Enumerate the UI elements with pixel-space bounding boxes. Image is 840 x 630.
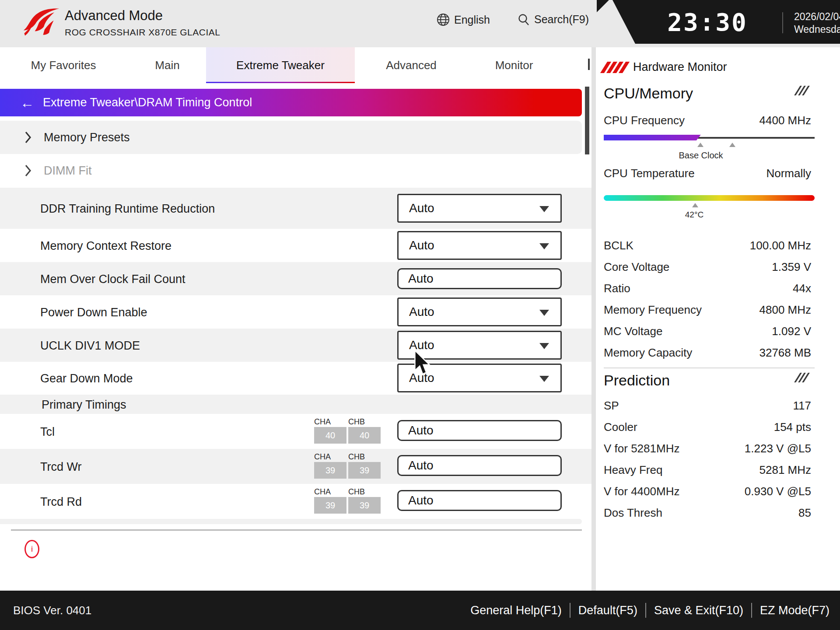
bios-screen: Advanced Mode ROG CROSSHAIR X870E GLACIA… <box>0 0 840 630</box>
memory-context-restore-dropdown[interactable]: Auto <box>397 231 562 260</box>
temperature-marker-icon <box>692 203 698 207</box>
footer-actions: General Help(F1) Default(F5) Save & Exit… <box>470 603 830 618</box>
setting-label: DDR Training Runtime Reduction <box>40 202 215 216</box>
cpu-temperature-status: Normally <box>766 167 811 180</box>
setting-label: Memory Context Restore <box>40 239 172 253</box>
scrollbar[interactable] <box>585 87 589 154</box>
section-prediction: Prediction <box>604 372 670 389</box>
info-label: BCLK <box>604 239 634 252</box>
back-arrow-icon[interactable]: ← <box>20 96 34 110</box>
setting-label: Power Down Enable <box>40 306 147 319</box>
info-value: 1.359 V <box>772 260 811 274</box>
help-divider <box>11 529 582 531</box>
cpu-temperature-bar <box>604 195 815 201</box>
next-row-peek <box>0 519 582 524</box>
prediction-label: Dos Thresh <box>604 506 662 520</box>
setting-row: Memory Context Restore Auto <box>0 229 592 262</box>
prediction-value: 5281 MHz <box>760 463 812 477</box>
cpu-temperature-label: CPU Temperature <box>604 167 695 180</box>
info-label: Memory Capacity <box>604 346 692 360</box>
prediction-value: 154 pts <box>774 420 811 434</box>
clock-panel-decoration <box>597 0 610 13</box>
cha-value: 39 <box>314 462 346 479</box>
prediction-label: SP <box>604 399 619 413</box>
clock-panel: 23:30 2026/02/04 Wednesday ⚙ <box>595 0 840 44</box>
footer-bar: BIOS Ver. 0401 General Help(F1) Default(… <box>0 591 840 630</box>
chb-value: 39 <box>348 497 381 514</box>
default-button[interactable]: Default(F5) <box>578 604 637 617</box>
cpu-frequency-value: 4400 MHz <box>760 114 812 127</box>
dropdown-arrow-icon <box>539 243 549 249</box>
info-value: 1.092 V <box>772 325 811 338</box>
breadcrumb[interactable]: ← Extreme Tweaker\DRAM Timing Control <box>0 89 582 116</box>
tcl-input[interactable]: Auto <box>397 420 562 441</box>
cpu-temperature-value: 42°C <box>666 210 723 220</box>
timing-row-trcd-wr: Trcd Wr CHA 39 CHB 39 Auto <box>0 449 592 484</box>
power-down-enable-dropdown[interactable]: Auto <box>397 298 562 326</box>
footer-separator <box>751 603 752 618</box>
cha-group: CHA 39 <box>314 487 346 514</box>
mem-over-clock-fail-count-input[interactable]: Auto <box>397 268 562 289</box>
chb-value: 40 <box>348 427 381 444</box>
prediction-value: 117 <box>793 399 811 413</box>
hardware-monitor-header: Hardware Monitor <box>604 60 727 74</box>
section-stripes-icon <box>797 373 807 382</box>
search-label: Search(F9) <box>534 13 589 26</box>
info-value: 32768 MB <box>759 346 811 360</box>
ddr-training-runtime-reduction-dropdown[interactable]: Auto <box>397 194 562 223</box>
setting-label: Gear Down Mode <box>40 372 133 385</box>
tab-main[interactable]: Main <box>131 47 203 83</box>
language-button[interactable]: English <box>437 13 490 26</box>
tab-my-favorites[interactable]: My Favorites <box>20 47 107 83</box>
section-cpu-memory: CPU/Memory <box>604 85 693 102</box>
clock-divider <box>782 12 783 33</box>
info-label: Ratio <box>604 282 630 295</box>
page-title: Advanced Mode <box>65 8 163 24</box>
base-clock-marker-icon <box>697 143 704 147</box>
info-icon: i <box>24 540 39 558</box>
cha-group: CHA 39 <box>314 452 346 479</box>
globe-icon <box>437 13 450 26</box>
prediction-value: 1.223 V @L5 <box>745 442 811 455</box>
weekday-value: Wednesday <box>794 23 840 36</box>
prediction-label: Heavy Freq <box>604 463 662 477</box>
base-clock-label: Base Clock <box>666 150 736 161</box>
bios-version: BIOS Ver. 0401 <box>13 604 91 617</box>
frequency-marker-icon <box>729 143 735 147</box>
mouse-cursor <box>413 350 431 375</box>
trcd-rd-input[interactable]: Auto <box>397 490 562 511</box>
setting-row: DDR Training Runtime Reduction Auto <box>0 188 592 229</box>
ez-mode-button[interactable]: EZ Mode(F7) <box>760 604 830 617</box>
dropdown-arrow-icon <box>539 343 549 349</box>
dropdown-arrow-icon <box>539 206 549 212</box>
trcd-wr-input[interactable]: Auto <box>397 455 562 476</box>
panel-divider <box>604 368 815 368</box>
cpu-frequency-bar <box>604 135 815 140</box>
footer-separator <box>645 603 646 618</box>
search-icon <box>518 14 530 26</box>
cpu-frequency-bar-fill <box>604 135 701 140</box>
general-help-button[interactable]: General Help(F1) <box>470 604 562 617</box>
info-label: MC Voltage <box>604 325 662 338</box>
tab-partial-next <box>588 59 590 70</box>
section-label: Primary Timings <box>42 398 126 412</box>
motherboard-model: ROG CROSSHAIR X870E GLACIAL <box>65 27 220 38</box>
setting-label: UCLK DIV1 MODE <box>40 339 140 353</box>
tab-monitor[interactable]: Monitor <box>475 47 553 83</box>
search-button[interactable]: Search(F9) <box>518 13 589 26</box>
breadcrumb-label: Extreme Tweaker\DRAM Timing Control <box>43 96 252 109</box>
timing-label: Trcd Rd <box>40 495 82 509</box>
menu-item-memory-presets[interactable]: Memory Presets <box>0 121 582 154</box>
chb-group: CHB 39 <box>348 487 381 514</box>
tab-extreme-tweaker[interactable]: Extreme Tweaker <box>206 47 355 83</box>
info-label: Core Voltage <box>604 260 669 274</box>
save-exit-button[interactable]: Save & Exit(F10) <box>654 604 743 617</box>
prediction-label: Cooler <box>604 420 637 434</box>
clock-time: 23:30 <box>635 8 780 36</box>
tab-advanced[interactable]: Advanced <box>372 47 451 83</box>
setting-row: UCLK DIV1 MODE Auto <box>0 329 592 362</box>
timings-section-header: Primary Timings <box>0 395 592 414</box>
prediction-label: V for 5281MHz <box>604 442 679 455</box>
info-value: 4800 MHz <box>760 303 812 317</box>
menu-item-dimm-fit[interactable]: DIMM Fit <box>0 154 582 187</box>
